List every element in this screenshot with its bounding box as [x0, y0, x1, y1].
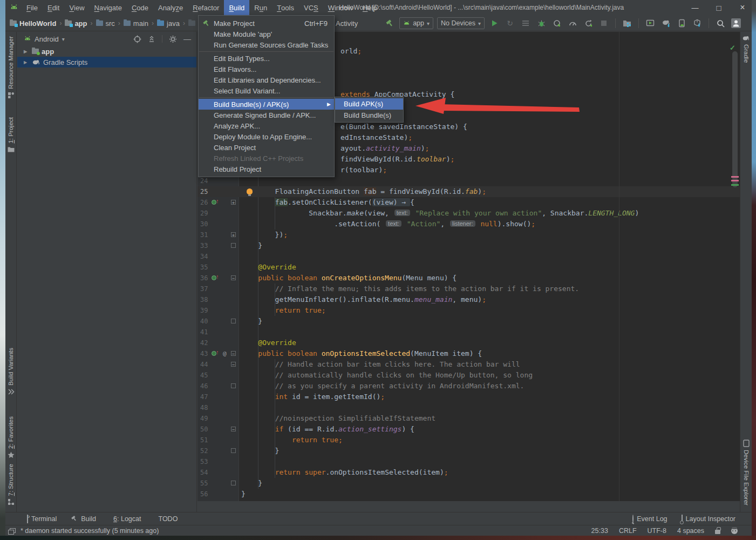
minimize-button[interactable]: —: [690, 4, 700, 12]
fold-marker-end[interactable]: [231, 481, 236, 485]
fold-marker-minus[interactable]: −: [231, 427, 236, 431]
menubar-item-refactor[interactable]: Refactor: [188, 0, 224, 15]
maximize-button[interactable]: □: [714, 3, 724, 12]
tool-stripe-resource-manager[interactable]: Resource Manager: [5, 36, 16, 114]
device-manager-icon[interactable]: [676, 17, 687, 29]
fold-marker-minus[interactable]: −: [231, 351, 236, 356]
desktop-wallpaper-right: [752, 0, 756, 540]
make-hammer-icon[interactable]: [384, 17, 396, 29]
tool-stripe-device-file-explorer[interactable]: Device File Explorer: [740, 440, 752, 511]
fold-marker-end[interactable]: [231, 383, 236, 388]
error-stripe-mark[interactable]: [731, 184, 739, 186]
menubar-item-code[interactable]: Code: [127, 0, 153, 15]
window-stack-icon[interactable]: [10, 528, 16, 533]
menu-item-rebuild-project[interactable]: Rebuild Project: [199, 164, 334, 174]
menu-item-generate-signed-bundle-apk[interactable]: Generate Signed Bundle / APK...: [199, 110, 334, 120]
tool-window-button-todo[interactable]: TODO: [155, 515, 178, 523]
emulator-icon[interactable]: [644, 17, 656, 29]
tree-item-gradle-scripts[interactable]: ▶Gradle Scripts: [17, 57, 196, 68]
menubar-item-build[interactable]: Build: [224, 0, 249, 15]
tree-item-app[interactable]: ▶app: [17, 46, 196, 57]
close-button[interactable]: ×: [738, 3, 747, 12]
fold-marker-end[interactable]: [231, 319, 236, 323]
gradle-daemon-face-icon[interactable]: [731, 528, 738, 534]
overrides-method-icon[interactable]: ↑: [212, 275, 221, 281]
fold-marker-minus[interactable]: −: [231, 362, 236, 367]
fold-marker-end[interactable]: [231, 243, 236, 248]
breadcrumb-item-app[interactable]: app: [65, 19, 87, 28]
overrides-method-icon[interactable]: ↑: [212, 199, 221, 206]
search-everywhere-icon[interactable]: [714, 17, 726, 29]
menu-item-run-generate-sources-gradle-tasks[interactable]: Run Generate Sources Gradle Tasks: [199, 39, 334, 50]
line-ending[interactable]: CRLF: [619, 527, 637, 535]
debug-button[interactable]: [535, 17, 547, 29]
locate-file-icon[interactable]: [133, 35, 141, 43]
menu-item-select-build-variant[interactable]: Select Build Variant...: [199, 85, 334, 96]
menubar-item-vcs[interactable]: VCS: [299, 0, 323, 15]
fold-marker-plus[interactable]: +: [231, 200, 236, 205]
project-structure-icon[interactable]: [621, 17, 633, 29]
device-selector[interactable]: No Devices ▾: [437, 17, 485, 29]
tool-stripe-2-favorites[interactable]: 2: Favorites: [5, 416, 16, 465]
tool-stripe-7-structure[interactable]: 7: Structure: [5, 464, 16, 510]
tool-window-button-layout-inspector[interactable]: Layout Inspector: [682, 515, 735, 523]
menu-item-make-module-app[interactable]: Make Module 'app': [199, 29, 334, 39]
file-encoding[interactable]: UTF-8: [648, 527, 666, 535]
menubar-item-edit[interactable]: Edit: [43, 0, 64, 15]
caret-position[interactable]: 25:33: [591, 527, 608, 535]
overrides-method-icon[interactable]: ↑: [212, 350, 221, 357]
tool-stripe-1-project[interactable]: 1: Project: [5, 117, 16, 171]
menu-item-clean-project[interactable]: Clean Project: [199, 142, 334, 153]
menu-item-edit-flavors[interactable]: Edit Flavors...: [199, 64, 334, 75]
line-number: 35: [200, 262, 216, 273]
avatar[interactable]: [730, 17, 742, 29]
tool-window-button-terminal[interactable]: Terminal: [27, 515, 57, 523]
menu-item-make-project[interactable]: Make ProjectCtrl+F9: [199, 18, 334, 29]
sync-project-icon[interactable]: [582, 17, 594, 29]
tool-window-button-6-logcat[interactable]: 6: Logcat: [110, 515, 141, 523]
fold-marker-end[interactable]: [231, 448, 236, 453]
menubar-item-file[interactable]: File: [22, 0, 43, 15]
breadcrumb-item-src[interactable]: src: [96, 19, 115, 28]
indent-setting[interactable]: 4 spaces: [677, 527, 704, 535]
lock-icon[interactable]: [715, 530, 720, 534]
inspections-ok-icon[interactable]: ✓: [730, 44, 735, 52]
breadcrumb-tail-fragment[interactable]: Activity: [336, 15, 358, 31]
collapse-all-icon[interactable]: [148, 35, 155, 43]
menubar-item-tools[interactable]: Tools: [272, 0, 299, 15]
tool-window-button-build[interactable]: Build: [71, 515, 96, 523]
error-stripe-mark[interactable]: [731, 180, 739, 181]
project-panel-header[interactable]: Android ▾ —: [17, 32, 196, 46]
fold-marker-minus[interactable]: −: [231, 275, 236, 280]
menu-item-deploy-module-to-app-engine[interactable]: Deploy Module to App Engine...: [199, 131, 334, 142]
settings-gear-icon[interactable]: [169, 35, 177, 43]
tool-stripe-build-variants[interactable]: Build Variants: [5, 348, 16, 418]
breadcrumb-item-HelloWorld[interactable]: HelloWorld: [10, 19, 56, 28]
tool-stripe-gradle[interactable]: Gradle: [740, 35, 752, 68]
submenu-item-build-bundle-s[interactable]: Build Bundle(s): [335, 110, 403, 121]
menubar-item-navigate[interactable]: Navigate: [90, 0, 127, 15]
sdk-manager-icon[interactable]: [691, 17, 703, 29]
error-stripe-mark[interactable]: [731, 176, 739, 178]
menubar-item-run[interactable]: Run: [249, 0, 272, 15]
menu-item-build-bundle-s-apk-s[interactable]: Build Bundle(s) / APK(s)▶: [199, 99, 334, 110]
gradle-sync-icon[interactable]: [660, 17, 672, 29]
breadcrumb-item-java[interactable]: java: [157, 19, 180, 28]
submenu-item-build-apk-s[interactable]: Build APK(s): [335, 98, 403, 110]
editor-scrollbar[interactable]: [732, 51, 738, 187]
run-button[interactable]: [488, 17, 500, 29]
menubar-item-view[interactable]: View: [64, 0, 89, 15]
menu-item-edit-libraries-and-dependencies[interactable]: Edit Libraries and Dependencies...: [199, 75, 334, 85]
breadcrumb-item-main[interactable]: main: [124, 19, 148, 28]
tool-window-button-event-log[interactable]: Event Log: [632, 515, 667, 523]
menu-item-edit-build-types[interactable]: Edit Build Types...: [199, 53, 334, 64]
attach-profiler-icon[interactable]: [551, 17, 563, 29]
hide-panel-icon[interactable]: —: [183, 35, 191, 43]
expand-arrow-icon[interactable]: ▶: [24, 49, 29, 54]
menu-item-analyze-apk[interactable]: Analyze APK...: [199, 120, 334, 131]
menubar-item-analyze[interactable]: Analyze: [153, 0, 188, 15]
expand-arrow-icon[interactable]: ▶: [24, 60, 29, 65]
run-configuration-selector[interactable]: app ▾: [399, 17, 433, 29]
profiler-icon[interactable]: [567, 17, 578, 29]
fold-marker-plus[interactable]: +: [231, 232, 236, 237]
